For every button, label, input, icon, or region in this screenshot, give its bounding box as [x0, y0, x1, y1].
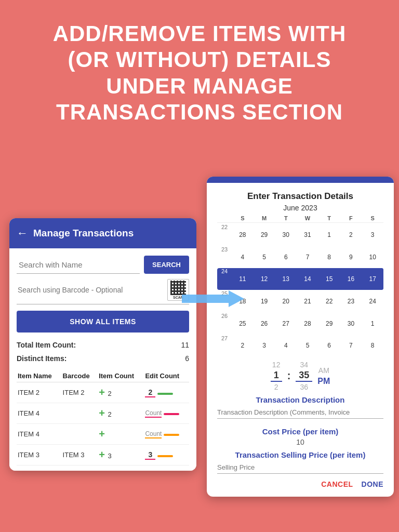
selling-price-input[interactable] [217, 461, 383, 474]
transaction-form: Enter Transaction Details June 2023 S M … [207, 183, 394, 497]
arrow-indicator [182, 288, 244, 311]
distinct-items-row: Distinct Items: 6 [17, 352, 189, 365]
cal-day[interactable]: 22 [318, 290, 340, 312]
panel-title: Manage Transactions [33, 228, 134, 239]
cal-day-selected[interactable]: 11 [232, 268, 254, 290]
total-item-count-row: Total Item Count: 11 [17, 339, 189, 351]
cal-day[interactable]: 26 [254, 313, 275, 335]
cal-day[interactable]: 10 [362, 246, 383, 268]
minute-column: 34 35 36 [296, 361, 312, 391]
cal-day[interactable]: 2 [340, 224, 362, 246]
hour-prev: 12 [272, 361, 281, 369]
minute-current[interactable]: 35 [296, 370, 312, 382]
cal-day[interactable]: 27 [275, 313, 297, 335]
cal-day[interactable]: 4 [275, 335, 297, 357]
cancel-button[interactable]: CANCEL [321, 480, 353, 488]
cal-day[interactable]: 29 [254, 224, 275, 246]
cal-day[interactable]: 5 [297, 335, 318, 357]
am-option[interactable]: AM [318, 366, 329, 375]
cal-day[interactable]: 25 [232, 313, 254, 335]
col-item-name: Item Name [17, 370, 62, 382]
count-bar-pink [164, 413, 179, 415]
minute-next: 36 [300, 383, 309, 391]
col-barcode: Barcode [62, 370, 98, 382]
cal-day[interactable]: 1 [318, 224, 340, 246]
col-item-count: Item Count [98, 370, 144, 382]
cal-day[interactable]: 19 [254, 290, 275, 312]
barcode-cell [62, 424, 98, 445]
cal-day[interactable]: 30 [275, 224, 297, 246]
minute-prev: 34 [300, 361, 309, 369]
hour-current[interactable]: 1 [271, 370, 282, 382]
cal-day[interactable]: 6 [275, 246, 297, 268]
cal-day-selected[interactable]: 13 [275, 268, 297, 290]
edit-count-cell: Count [144, 403, 189, 424]
panel-header: ← Manage Transactions [9, 218, 196, 248]
calendar-day-headers: S M T W T F S [217, 215, 383, 223]
barcode-cell: ITEM 2 [62, 382, 98, 403]
enter-transaction-panel: Enter Transaction Details June 2023 S M … [207, 177, 394, 497]
cal-day[interactable]: 30 [340, 313, 362, 335]
search-name-input[interactable] [17, 256, 140, 274]
cal-day[interactable]: 5 [254, 246, 275, 268]
item-name-cell: ITEM 4 [17, 424, 62, 445]
edit-count-cell: 3 [144, 445, 189, 466]
cal-day[interactable]: 1 [362, 313, 383, 335]
item-count-cell: + 2 [98, 382, 144, 403]
cal-day[interactable]: 28 [232, 224, 254, 246]
dialog-title: Enter Transaction Details [217, 191, 383, 202]
time-separator: : [287, 370, 291, 382]
search-name-row: SEARCH [17, 256, 189, 274]
table-row: ITEM 2 ITEM 2 + 2 2 [17, 382, 189, 403]
table-row: ITEM 4 + 2 Count [17, 403, 189, 424]
cal-day[interactable]: 4 [232, 246, 254, 268]
cal-day-selected[interactable]: 14 [297, 268, 318, 290]
week-num-header [217, 215, 232, 221]
cal-day[interactable]: 3 [362, 224, 383, 246]
cal-day[interactable]: 20 [275, 290, 297, 312]
plus-button[interactable]: + [99, 428, 105, 440]
transaction-description-input[interactable] [217, 406, 383, 419]
cost-price-value: 10 [217, 438, 383, 446]
cal-day[interactable]: 7 [297, 246, 318, 268]
barcode-cell: ITEM 3 [62, 445, 98, 466]
cal-day[interactable]: 23 [340, 290, 362, 312]
plus-button[interactable]: + [99, 449, 105, 461]
hour-column: 12 1 2 [271, 361, 282, 391]
total-item-count-label: Total Item Count: [17, 341, 76, 349]
cal-day[interactable]: 8 [318, 246, 340, 268]
barcode-input[interactable] [17, 284, 167, 296]
svg-marker-0 [182, 290, 244, 307]
screenshots-area: ← Manage Transactions SEARCH SCAN SHOW A… [0, 177, 399, 532]
pm-option[interactable]: PM [317, 377, 330, 386]
ampm-column: AM PM [317, 366, 330, 386]
cal-day[interactable]: 24 [362, 290, 383, 312]
cal-day-selected[interactable]: 16 [340, 268, 362, 290]
done-button[interactable]: DONE [362, 480, 383, 488]
cost-price-label: Cost Price (per item) [217, 427, 383, 436]
cal-day-selected[interactable]: 15 [318, 268, 340, 290]
cal-day[interactable]: 29 [318, 313, 340, 335]
cal-day[interactable]: 3 [254, 335, 275, 357]
time-picker: 12 1 2 : 34 35 36 AM PM [217, 361, 383, 391]
show-all-items-button[interactable]: SHOW ALL ITEMS [17, 311, 189, 332]
plus-button[interactable]: + [99, 387, 105, 398]
back-button[interactable]: ← [17, 227, 28, 240]
cal-day-selected[interactable]: 17 [362, 268, 383, 290]
items-table: Item Name Barcode Item Count Edit Count … [17, 370, 189, 466]
hour-next: 2 [274, 383, 278, 391]
item-count-cell: + 3 [98, 445, 144, 466]
search-button[interactable]: SEARCH [144, 256, 189, 274]
cal-day[interactable]: 2 [232, 335, 254, 357]
cal-day[interactable]: 31 [297, 224, 318, 246]
cal-day[interactable]: 8 [362, 335, 383, 357]
cal-day[interactable]: 28 [297, 313, 318, 335]
item-name-cell: ITEM 3 [17, 445, 62, 466]
plus-button[interactable]: + [99, 407, 105, 419]
cal-day-selected[interactable]: 12 [254, 268, 275, 290]
cal-day[interactable]: 9 [340, 246, 362, 268]
cal-day[interactable]: 21 [297, 290, 318, 312]
cal-day[interactable]: 7 [340, 335, 362, 357]
count-bar-green [157, 393, 173, 395]
cal-day[interactable]: 6 [318, 335, 340, 357]
